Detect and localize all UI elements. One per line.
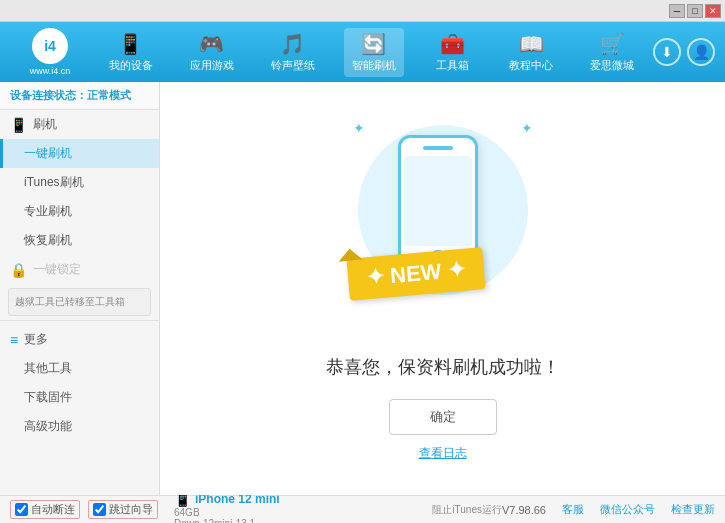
success-title: 恭喜您，保资料刷机成功啦！	[326, 355, 560, 379]
flash-section: 📱 刷机 一键刷机 iTunes刷机 专业刷机 恢复刷机	[0, 110, 159, 255]
more-label: 更多	[24, 331, 48, 348]
unlock-section-header: 🔒 一键锁定	[0, 255, 159, 284]
logo-letter: i4	[44, 38, 56, 54]
phone-speaker	[423, 146, 453, 150]
apps-games-icon: 🎮	[199, 32, 224, 56]
skip-wizard-label: 跳过向导	[109, 502, 153, 517]
bottom-bar: 自动断连 跳过向导 📱 iPhone 12 mini 64GB Down-12m…	[0, 495, 725, 523]
sidebar-item-download-firmware[interactable]: 下载固件	[0, 383, 159, 412]
home-link[interactable]: 查看日志	[419, 445, 467, 462]
sidebar-item-pro-flash[interactable]: 专业刷机	[0, 197, 159, 226]
new-badge-text: NEW	[389, 259, 442, 288]
bottom-left: 自动断连 跳过向导 📱 iPhone 12 mini 64GB Down-12m…	[10, 491, 432, 524]
device-model: Down-12mini-13,1	[174, 518, 280, 524]
title-bar: ─ □ ✕	[0, 0, 725, 22]
nav-tutorial[interactable]: 📖 教程中心	[501, 28, 561, 77]
smart-flash-icon: 🔄	[361, 32, 386, 56]
auto-connect-checkbox[interactable]: 自动断连	[10, 500, 80, 519]
sidebar-item-itunes-flash[interactable]: iTunes刷机	[0, 168, 159, 197]
download-button[interactable]: ⬇	[653, 38, 681, 66]
skip-wizard-input[interactable]	[93, 503, 106, 516]
sidebar-item-advanced[interactable]: 高级功能	[0, 412, 159, 441]
more-section: ≡ 更多 其他工具 下载固件 高级功能	[0, 325, 159, 441]
header-right: ⬇ 👤	[653, 38, 715, 66]
sidebar-item-one-key-flash[interactable]: 一键刷机	[0, 139, 159, 168]
logo[interactable]: i4 www.i4.cn	[10, 28, 90, 76]
nav-apps-games[interactable]: 🎮 应用游戏	[182, 28, 242, 77]
auto-connect-label: 自动断连	[31, 502, 75, 517]
my-device-label: 我的设备	[109, 58, 153, 73]
new-badge-star-right: ✦	[446, 257, 466, 283]
wechat-public-link[interactable]: 微信公众号	[600, 502, 655, 517]
flash-section-label: 刷机	[33, 116, 57, 133]
confirm-button[interactable]: 确定	[389, 399, 497, 435]
nav-my-device[interactable]: 📱 我的设备	[101, 28, 161, 77]
weidian-label: 爱思微城	[590, 58, 634, 73]
sidebar-divider	[0, 320, 159, 321]
ringtone-icon: 🎵	[280, 32, 305, 56]
new-badge: ✦ NEW ✦	[346, 247, 485, 301]
ringtone-label: 铃声壁纸	[271, 58, 315, 73]
status-label: 设备连接状态：	[10, 89, 87, 101]
auto-connect-input[interactable]	[15, 503, 28, 516]
sidebar-item-other-tools[interactable]: 其他工具	[0, 354, 159, 383]
tutorial-icon: 📖	[519, 32, 544, 56]
toolbox-icon: 🧰	[440, 32, 465, 56]
nav-toolbox[interactable]: 🧰 工具箱	[425, 28, 480, 77]
sparkle-left-icon: ✦	[353, 120, 365, 136]
sidebar-notice: 越狱工具已转移至工具箱	[8, 288, 151, 316]
skip-wizard-checkbox[interactable]: 跳过向导	[88, 500, 158, 519]
apps-games-label: 应用游戏	[190, 58, 234, 73]
new-badge-star-left: ✦	[365, 264, 385, 290]
device-storage: 64GB	[174, 507, 280, 518]
lock-icon: 🔒	[10, 262, 27, 278]
customer-service-link[interactable]: 客服	[562, 502, 584, 517]
user-button[interactable]: 👤	[687, 38, 715, 66]
content-area: ✦ ✦ ✦ NEW ✦ 恭喜您，保资料刷机成功啦！ 确定 查看日志	[160, 82, 725, 495]
weidian-icon: 🛒	[600, 32, 625, 56]
sidebar-item-restore-flash[interactable]: 恢复刷机	[0, 226, 159, 255]
more-icon: ≡	[10, 332, 18, 348]
tutorial-label: 教程中心	[509, 58, 553, 73]
nav-weidian[interactable]: 🛒 爱思微城	[582, 28, 642, 77]
sidebar: 设备连接状态：正常模式 📱 刷机 一键刷机 iTunes刷机 专业刷机 恢复刷机…	[0, 82, 160, 495]
phone-illustration: ✦ ✦ ✦ NEW ✦	[343, 115, 543, 335]
nav-items: 📱 我的设备 🎮 应用游戏 🎵 铃声壁纸 🔄 智能刷机 🧰 工具箱 📖 教程中心…	[90, 28, 653, 77]
status-bar: 设备连接状态：正常模式	[0, 82, 159, 110]
minimize-button[interactable]: ─	[669, 4, 685, 18]
nav-ringtone-wallpaper[interactable]: 🎵 铃声壁纸	[263, 28, 323, 77]
my-device-icon: 📱	[118, 32, 143, 56]
toolbox-label: 工具箱	[436, 58, 469, 73]
check-update-link[interactable]: 检查更新	[671, 502, 715, 517]
bottom-right: V7.98.66 客服 微信公众号 检查更新	[502, 502, 715, 517]
main-layout: 设备连接状态：正常模式 📱 刷机 一键刷机 iTunes刷机 专业刷机 恢复刷机…	[0, 82, 725, 495]
unlock-section: 🔒 一键锁定 越狱工具已转移至工具箱	[0, 255, 159, 316]
close-button[interactable]: ✕	[705, 4, 721, 18]
version-label: V7.98.66	[502, 504, 546, 516]
unlock-label: 一键锁定	[33, 261, 81, 278]
logo-circle: i4	[32, 28, 68, 64]
smart-flash-label: 智能刷机	[352, 58, 396, 73]
restore-button[interactable]: □	[687, 4, 703, 18]
flash-section-header[interactable]: 📱 刷机	[0, 110, 159, 139]
device-info: 📱 iPhone 12 mini 64GB Down-12mini-13,1	[174, 491, 280, 524]
logo-url: www.i4.cn	[30, 66, 71, 76]
flash-section-icon: 📱	[10, 117, 27, 133]
status-value: 正常模式	[87, 89, 131, 101]
header: i4 www.i4.cn 📱 我的设备 🎮 应用游戏 🎵 铃声壁纸 🔄 智能刷机…	[0, 22, 725, 82]
phone-screen	[404, 156, 472, 246]
more-section-header[interactable]: ≡ 更多	[0, 325, 159, 354]
sparkle-right-icon: ✦	[521, 120, 533, 136]
itunes-status: 阻止iTunes运行	[432, 503, 502, 517]
nav-smart-flash[interactable]: 🔄 智能刷机	[344, 28, 404, 77]
